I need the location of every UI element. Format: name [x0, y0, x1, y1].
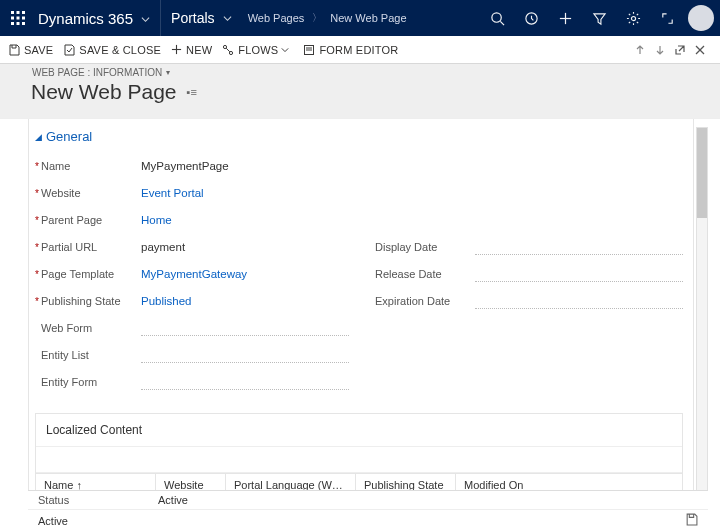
title-menu-icon[interactable]: ▪≡ [187, 86, 197, 98]
footer-active: Active [38, 515, 68, 527]
field-website[interactable]: Event Portal [141, 185, 349, 201]
field-name[interactable]: MyPaymentPage [141, 158, 349, 174]
label-releasedate: Release Date [369, 268, 475, 280]
label-parent: Parent Page [35, 214, 141, 226]
subgrid-title: Localized Content [36, 414, 682, 447]
field-webform[interactable] [141, 320, 349, 336]
breadcrumb-current: New Web Page [324, 12, 412, 24]
recent-icon[interactable] [514, 0, 548, 36]
chevron-down-icon [141, 10, 150, 27]
label-website: Website [35, 187, 141, 199]
chevron-right-icon: 〉 [310, 11, 324, 25]
svg-line-10 [500, 21, 504, 25]
label-expdate: Expiration Date [369, 295, 475, 307]
label-displaydate: Display Date [369, 241, 475, 253]
svg-point-18 [230, 51, 233, 54]
cmd-label: SAVE & CLOSE [79, 44, 161, 56]
label-partialurl: Partial URL [35, 241, 141, 253]
label-pubstate: Publishing State [35, 295, 141, 307]
scrollbar-thumb[interactable] [697, 128, 707, 218]
caret-down-icon: ▾ [166, 68, 170, 77]
form-icon [303, 44, 315, 56]
section-general[interactable]: ◢ General [35, 129, 683, 144]
flow-icon [222, 44, 234, 56]
close-button[interactable] [694, 44, 706, 56]
breadcrumb-webpages[interactable]: Web Pages [242, 12, 311, 24]
new-button[interactable]: NEW [171, 44, 212, 56]
nav-app-label: Dynamics 365 [38, 10, 133, 27]
collapse-icon: ◢ [35, 132, 42, 142]
right-column: .. .. .. Display Date Release Date Expir… [369, 152, 683, 395]
nav-down-button[interactable] [654, 44, 666, 56]
svg-rect-3 [11, 17, 14, 20]
settings-icon[interactable] [616, 0, 650, 36]
svg-rect-6 [11, 22, 14, 25]
svg-rect-7 [17, 22, 20, 25]
save-button[interactable]: SAVE [8, 44, 53, 56]
nav-up-button[interactable] [634, 44, 646, 56]
field-expdate[interactable] [475, 293, 683, 309]
plus-icon [171, 44, 182, 55]
flows-button[interactable]: FLOWS [222, 44, 293, 56]
save-close-icon [63, 44, 75, 56]
nav-left: Dynamics 365 Portals Web Pages 〉 New Web… [0, 0, 413, 36]
add-icon[interactable] [548, 0, 582, 36]
subgrid-toolbar[interactable] [36, 447, 682, 473]
svg-point-9 [491, 12, 500, 21]
field-releasedate[interactable] [475, 266, 683, 282]
scrollbar[interactable] [696, 127, 708, 523]
save-close-button[interactable]: SAVE & CLOSE [63, 44, 161, 56]
field-entitylist[interactable] [141, 347, 349, 363]
form-footer: Status Active Active [28, 490, 708, 532]
svg-rect-0 [11, 11, 14, 14]
cmd-label: NEW [186, 44, 212, 56]
user-avatar[interactable] [688, 5, 714, 31]
global-nav: Dynamics 365 Portals Web Pages 〉 New Web… [0, 0, 720, 36]
subgrid-localized: Localized Content Name ↑ Website Portal … [35, 413, 683, 497]
cmd-label: SAVE [24, 44, 53, 56]
label-entitylist: Entity List [35, 349, 141, 361]
nav-area[interactable]: Portals [160, 0, 242, 36]
title-text: New Web Page [31, 80, 177, 104]
field-displaydate[interactable] [475, 239, 683, 255]
label-template: Page Template [35, 268, 141, 280]
app-launcher-icon[interactable] [0, 0, 36, 36]
nav-app[interactable]: Dynamics 365 [36, 0, 160, 36]
form-selector[interactable]: WEB PAGE : INFORMATION ▾ [32, 67, 720, 78]
chevron-down-icon [281, 46, 289, 54]
filter-icon[interactable] [582, 0, 616, 36]
chevron-down-icon [223, 10, 232, 26]
footer-status-value: Active [158, 494, 188, 506]
svg-point-17 [224, 45, 227, 48]
search-icon[interactable] [480, 0, 514, 36]
expand-icon[interactable] [650, 0, 684, 36]
left-column: NameMyPaymentPage WebsiteEvent Portal Pa… [35, 152, 349, 395]
field-template[interactable]: MyPaymentGateway [141, 266, 349, 282]
nav-area-label: Portals [171, 10, 215, 26]
svg-rect-5 [22, 17, 25, 20]
label-entityform: Entity Form [35, 376, 141, 388]
field-pubstate[interactable]: Published [141, 293, 349, 309]
field-entityform[interactable] [141, 374, 349, 390]
form-scroll: ◢ General NameMyPaymentPage WebsiteEvent… [28, 119, 694, 531]
label-webform: Web Form [35, 322, 141, 334]
cmd-label: FORM EDITOR [319, 44, 398, 56]
footer-save-icon[interactable] [685, 513, 698, 529]
cmd-label: FLOWS [238, 44, 278, 56]
section-label: General [46, 129, 92, 144]
field-partialurl[interactable]: payment [141, 239, 349, 255]
popout-button[interactable] [674, 44, 686, 56]
nav-right [480, 0, 714, 36]
svg-rect-8 [22, 22, 25, 25]
label-name: Name [35, 160, 141, 172]
form-editor-button[interactable]: FORM EDITOR [303, 44, 398, 56]
command-bar: SAVE SAVE & CLOSE NEW FLOWS FORM EDITOR [0, 36, 720, 64]
record-header: WEB PAGE : INFORMATION ▾ New Web Page ▪≡ [0, 64, 720, 119]
form-body: ◢ General NameMyPaymentPage WebsiteEvent… [0, 119, 720, 531]
svg-point-14 [631, 16, 635, 20]
svg-rect-4 [17, 17, 20, 20]
svg-rect-1 [17, 11, 20, 14]
svg-rect-2 [22, 11, 25, 14]
save-icon [8, 44, 20, 56]
field-parent[interactable]: Home [141, 212, 349, 228]
